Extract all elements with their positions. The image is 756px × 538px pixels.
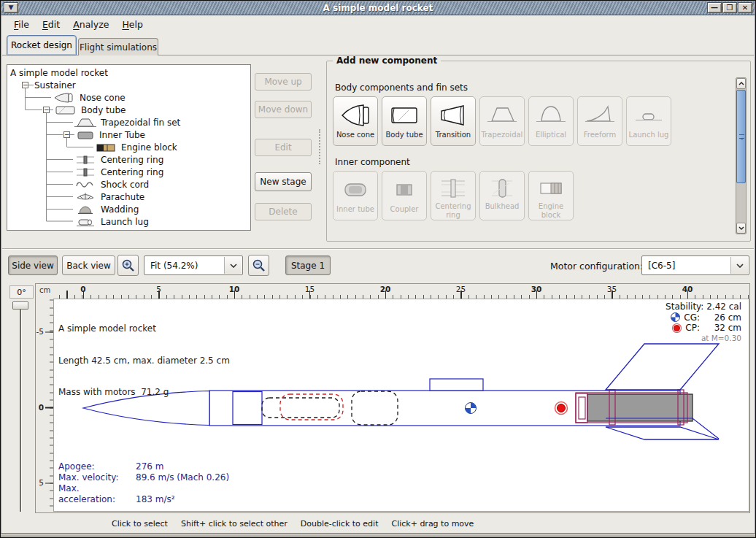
add-trapezoidal-fin-button[interactable]: Trapezoidal xyxy=(479,96,525,146)
component-button-label: Launch lug xyxy=(628,131,671,139)
zoom-in-button[interactable] xyxy=(117,255,139,276)
rotation-slider-thumb[interactable] xyxy=(12,301,28,310)
component-tree[interactable]: − − − A simple model rocket Sustainer No… xyxy=(7,64,251,231)
add-inner-tube-button[interactable]: Inner tube xyxy=(333,171,378,220)
tree-item-engine-block[interactable]: Engine block xyxy=(95,141,177,153)
ruler-tick-label: 5 xyxy=(39,478,44,487)
tree-item-trapezoidal-fin-set[interactable]: Trapezoidal fin set xyxy=(74,116,180,128)
add-bulkhead-button[interactable]: Bulkhead xyxy=(479,171,525,220)
tree-item-centering-ring[interactable]: Centering ring xyxy=(74,153,163,166)
tree-item-centering-ring[interactable]: Centering ring xyxy=(74,166,163,178)
zoom-out-button[interactable] xyxy=(248,255,269,276)
centering-ring-icon xyxy=(74,166,96,178)
add-transition-button[interactable]: Transition xyxy=(431,96,476,146)
edit-button[interactable]: Edit xyxy=(255,139,312,156)
expander-sustainer[interactable]: − xyxy=(22,82,28,88)
delete-button[interactable]: Delete xyxy=(255,203,312,220)
tree-label: Launch lug xyxy=(101,217,149,227)
add-launch-lug-button[interactable]: Launch lug xyxy=(626,96,671,146)
trapezoidal-fin-icon xyxy=(74,117,96,128)
freeform-fin-icon xyxy=(584,101,616,130)
add-engine-block-button[interactable]: Engine block xyxy=(528,171,574,220)
nose-cone-icon xyxy=(53,92,75,104)
rocket-info-text: A simple model rocket Length 42.5 cm, ma… xyxy=(58,302,230,419)
launch-lug-shape[interactable] xyxy=(430,379,483,391)
cg-value: 26 cm xyxy=(703,312,741,323)
combo-arrow xyxy=(730,257,748,274)
rocket-mass-text: Mass with motors 71.2 g xyxy=(58,387,230,398)
hint-double-click: Double-click to edit xyxy=(301,519,379,529)
cg-marker xyxy=(466,403,477,414)
expander-body-tube[interactable]: − xyxy=(43,107,50,113)
zoom-level-combobox[interactable]: Fit (54.2%) xyxy=(144,255,243,275)
add-centering-ring-button[interactable]: Centering ring xyxy=(431,171,476,220)
tree-item-parachute[interactable]: Parachute xyxy=(74,191,144,203)
tree-item-shock-cord[interactable]: Shock cord xyxy=(74,178,149,191)
tree-label: Wadding xyxy=(101,204,139,215)
tree-label: Parachute xyxy=(101,192,144,202)
magnifier-plus-icon xyxy=(121,258,135,272)
new-stage-button[interactable]: New stage xyxy=(255,172,312,191)
tab-flight-simulations[interactable]: Flight simulations xyxy=(78,38,158,55)
tab-rocket-design[interactable]: Rocket design xyxy=(7,35,77,55)
menu-analyze[interactable]: Analyze xyxy=(67,18,115,31)
cp-value: 32 cm xyxy=(703,323,741,333)
centering-ring-icon xyxy=(74,154,96,166)
add-body-tube-button[interactable]: Body tube xyxy=(382,96,427,146)
tree-label: Body tube xyxy=(81,105,126,115)
add-elliptical-fin-button[interactable]: Elliptical xyxy=(528,96,574,146)
move-up-button[interactable]: Move up xyxy=(255,73,312,91)
maximize-button[interactable]: ❒ xyxy=(722,2,737,13)
back-view-button[interactable]: Back view xyxy=(62,255,115,275)
menu-file[interactable]: File xyxy=(8,18,35,31)
close-button[interactable]: ✕ xyxy=(738,2,752,13)
minimize-button[interactable]: — xyxy=(707,2,722,13)
expander-inner-tube[interactable]: − xyxy=(63,131,70,138)
cg-label: CG: xyxy=(684,312,700,323)
tree-item-body-tube[interactable]: Body tube xyxy=(55,104,126,116)
body-tube-icon xyxy=(55,104,77,116)
tree-label: Nose cone xyxy=(80,93,126,103)
inner-tube-icon xyxy=(339,175,371,204)
menu-help[interactable]: Help xyxy=(116,18,149,31)
motor-configuration-combobox[interactable]: [C6-5] xyxy=(641,255,749,275)
transition-icon xyxy=(437,101,469,130)
tree-item-nose-cone[interactable]: Nose cone xyxy=(53,91,126,104)
bulkhead-icon xyxy=(486,175,518,201)
component-panel-scrollbar[interactable] xyxy=(736,77,747,234)
rocket-figure-canvas[interactable]: A simple model rocket Length 42.5 cm, ma… xyxy=(53,299,749,512)
apogee-label: Apogee: xyxy=(58,461,136,472)
add-freeform-fin-button[interactable]: Freeform xyxy=(577,96,622,146)
side-view-button[interactable]: Side view xyxy=(8,255,58,275)
tree-root[interactable]: A simple model rocket xyxy=(10,66,108,79)
tree-item-inner-tube[interactable]: Inner Tube xyxy=(76,128,145,141)
component-button-label: Nose cone xyxy=(335,131,376,139)
component-button-label: Coupler xyxy=(389,205,420,214)
menu-help-label: elp xyxy=(129,19,143,30)
move-down-button[interactable]: Move down xyxy=(255,101,312,118)
max-velocity-label: Max. velocity: xyxy=(58,472,136,483)
shock-cord-icon xyxy=(74,179,96,191)
scroll-down-button[interactable] xyxy=(736,223,746,234)
centering-ring-icon xyxy=(437,175,469,201)
scrollbar-thumb[interactable] xyxy=(736,90,746,183)
ruler-tick-label: 35 xyxy=(607,285,617,293)
menu-edit[interactable]: Edit xyxy=(36,18,66,31)
component-button-label: Trapezoidal xyxy=(480,131,525,139)
add-coupler-button[interactable]: Coupler xyxy=(382,171,427,220)
component-button-label: Inner tube xyxy=(335,205,376,214)
minimize-icon: — xyxy=(711,4,718,12)
ruler-tick-label: 0 xyxy=(39,403,44,412)
fin-lower-shape[interactable] xyxy=(606,427,719,439)
tree-item-sustainer[interactable]: Sustainer xyxy=(34,79,76,91)
tree-item-launch-lug[interactable]: Launch lug xyxy=(74,215,149,228)
add-nose-cone-button[interactable]: Nose cone xyxy=(333,96,378,146)
hint-shift-click: Shift+ click to select other xyxy=(181,519,288,529)
fin-upper-shape[interactable] xyxy=(606,344,719,390)
rotation-slider-track[interactable] xyxy=(20,304,22,512)
tree-item-wadding[interactable]: Wadding xyxy=(74,203,139,215)
ruler-tick-label: 40 xyxy=(682,285,693,293)
stage-1-toggle[interactable]: Stage 1 xyxy=(285,255,331,275)
panel-divider[interactable] xyxy=(319,129,321,164)
scroll-up-button[interactable] xyxy=(736,78,746,89)
